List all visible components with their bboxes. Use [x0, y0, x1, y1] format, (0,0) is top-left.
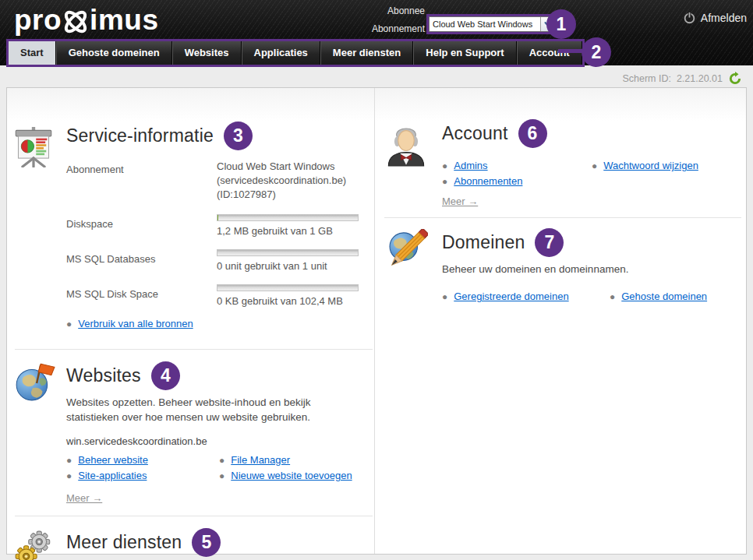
link-site-applicaties[interactable]: Site-applicaties — [78, 470, 147, 481]
usage-bar — [217, 249, 359, 256]
section-service-info: Service-informatie 3 Abonnement Cloud We… — [7, 88, 374, 349]
bullet: ● — [219, 455, 224, 466]
screen-id-value: 2.21.20.01 — [677, 73, 723, 84]
tab-start[interactable]: Start — [9, 41, 56, 65]
link-beheer-website[interactable]: Beheer website — [78, 454, 148, 466]
link-geregistreerde-domeinen[interactable]: Geregistreerde domeinen — [454, 291, 568, 302]
resource-label: Diskspace — [66, 214, 217, 237]
list-item: ●Verbruik van alle bronnen — [66, 318, 365, 329]
logout-label: Afmelden — [701, 12, 747, 24]
resource-label: MS SQL Databases — [66, 249, 217, 272]
subscription-line: Cloud Web Start Windows — [217, 160, 346, 174]
link-file-manager[interactable]: File Manager — [231, 454, 290, 466]
presentation-chart-icon — [13, 127, 54, 167]
bullet: ● — [610, 291, 615, 302]
list-item: ●Geregistreerde domeinen — [442, 291, 610, 302]
section-account: Account 6 ●Admins ●Abonnementen ●Wachtwo… — [375, 88, 746, 217]
list-item: ●Beheer website — [66, 454, 219, 466]
main-nav: Start Gehoste domeinen Websites Applicat… — [6, 39, 585, 67]
usage-text: 1,2 MB gebruikt van 1 GB — [217, 225, 359, 237]
resource-label: MS SQL Disk Space — [66, 284, 217, 307]
websites-more-link[interactable]: Meer → — [66, 492, 102, 504]
bullet: ● — [592, 160, 597, 171]
link-abonnementen[interactable]: Abonnementen — [454, 175, 522, 187]
section-title-more-services: Meer diensten — [66, 532, 182, 553]
power-icon — [683, 11, 696, 24]
section-more-services: Meer diensten 5 Hier kunt u speciale fun… — [7, 516, 374, 560]
subscription-select-value: Cloud Web Start Windows — [430, 19, 540, 29]
section-title-account: Account — [442, 123, 508, 144]
callout-badge-1: 1 — [546, 9, 576, 39]
subscription-row-value: Cloud Web Start Windows (servicedeskcoor… — [217, 160, 346, 202]
callout-badge-2: 2 — [582, 37, 611, 67]
subscriber-block: Abonnee Abonnement — [0, 0, 425, 34]
section-title-websites: Websites — [66, 365, 141, 386]
subscriber-label: Abonnee — [0, 5, 425, 16]
bullet: ● — [66, 455, 72, 466]
section-title-domains: Domeinen — [442, 232, 525, 253]
subscription-label: Abonnement — [0, 23, 425, 34]
list-item: ●Nieuwe website toevoegen — [219, 470, 352, 481]
subscription-line: (ID:1027987) — [217, 188, 346, 202]
list-item: ●Gehoste domeinen — [610, 291, 707, 302]
list-item: ●Abonnementen — [442, 175, 592, 187]
link-nieuwe-website[interactable]: Nieuwe website toevoegen — [231, 470, 352, 481]
callout-badge-4: 4 — [151, 361, 180, 390]
usage-bar — [217, 284, 359, 291]
content-panel: Service-informatie 3 Abonnement Cloud We… — [6, 87, 747, 555]
section-title-service-info: Service-informatie — [66, 125, 214, 146]
resource-row: MS SQL Disk Space 0 KB gebruikt van 102,… — [66, 284, 365, 307]
list-item: ●Wachtwoord wijzigen — [592, 160, 698, 171]
callout-badge-3: 3 — [224, 122, 253, 150]
tab-gehoste-domeinen[interactable]: Gehoste domeinen — [56, 41, 172, 65]
list-item: ●Admins — [442, 160, 592, 171]
bullet: ● — [66, 319, 72, 329]
bullet: ● — [442, 160, 447, 171]
usage-text: 0 unit gebruikt van 1 unit — [217, 260, 359, 272]
globe-pencil-icon — [384, 229, 428, 273]
link-verbruik-bronnen[interactable]: Verbruik van alle bronnen — [78, 318, 193, 329]
subscription-row-label: Abonnement — [66, 160, 217, 202]
domains-description: Beheer uw domeinen en domeinnamen. — [442, 262, 738, 277]
subscription-select[interactable]: Cloud Web Start Windows — [429, 16, 555, 32]
bullet: ● — [219, 470, 224, 481]
websites-description: Websites opzetten. Beheer website-inhoud… — [66, 396, 356, 425]
account-more-link[interactable]: Meer → — [442, 195, 478, 207]
resource-row: Diskspace 1,2 MB gebruikt van 1 GB — [66, 214, 365, 237]
link-admins[interactable]: Admins — [454, 160, 487, 171]
section-websites: Websites 4 Websites opzetten. Beheer web… — [7, 350, 374, 516]
bullet: ● — [442, 176, 447, 187]
callout-badge-6: 6 — [518, 119, 547, 148]
bullet: ● — [66, 470, 72, 481]
callout-badge-5: 5 — [192, 528, 221, 557]
subscription-line: (servicedeskcoordination.be) — [217, 174, 346, 188]
tab-websites[interactable]: Websites — [172, 41, 242, 65]
refresh-icon[interactable] — [728, 72, 742, 86]
user-icon — [384, 124, 428, 167]
resource-row: MS SQL Databases 0 unit gebruikt van 1 u… — [66, 249, 365, 272]
screen-id-label: Scherm ID: — [622, 73, 671, 84]
callout-connector-2 — [558, 49, 585, 53]
website-domain: win.servicedeskcoordination.be — [66, 435, 365, 447]
screen-id-row: Scherm ID: 2.21.20.01 — [622, 72, 742, 86]
callout-badge-7: 7 — [535, 228, 564, 257]
list-item: ●Site-applicaties — [66, 470, 219, 481]
link-gehoste-domeinen[interactable]: Gehoste domeinen — [621, 291, 707, 302]
tab-meer-diensten[interactable]: Meer diensten — [320, 41, 413, 65]
left-column: Service-informatie 3 Abonnement Cloud We… — [7, 88, 375, 554]
section-domains: Domeinen 7 Beheer uw domeinen en domeinn… — [375, 218, 746, 315]
list-item: ●File Manager — [219, 454, 352, 466]
right-column: Account 6 ●Admins ●Abonnementen ●Wachtwo… — [375, 88, 746, 554]
globe-flag-icon — [13, 361, 55, 403]
usage-bar — [217, 214, 359, 221]
usage-text: 0 KB gebruikt van 102,4 MB — [217, 295, 359, 307]
link-wachtwoord-wijzigen[interactable]: Wachtwoord wijzigen — [603, 160, 698, 171]
callout-frame-subscription: Cloud Web Start Windows — [426, 14, 557, 34]
bullet: ● — [442, 291, 447, 302]
logout-button[interactable]: Afmelden — [683, 11, 747, 24]
gears-icon — [13, 529, 55, 560]
tab-help-en-support[interactable]: Help en Support — [413, 41, 516, 65]
tab-account[interactable]: Account — [517, 41, 582, 65]
tab-applicaties[interactable]: Applicaties — [242, 41, 320, 65]
